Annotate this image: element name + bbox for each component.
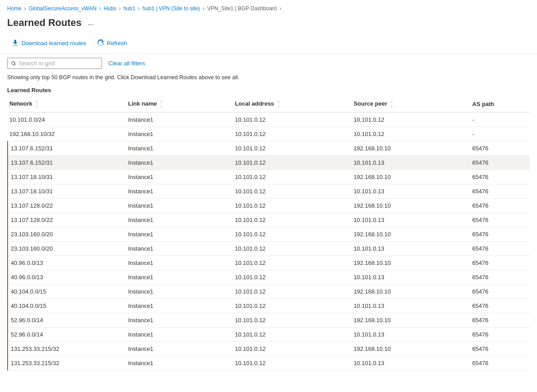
cell-network: 13.107.18.10/31	[8, 184, 126, 199]
cell-aspath: -	[470, 112, 530, 127]
table-row: 13.107.6.152/31Instance110.101.0.1210.10…	[8, 156, 530, 170]
cell-network: 40.96.0.0/13	[8, 256, 126, 270]
cell-localaddress: 10.101.0.12	[233, 270, 352, 285]
table-row: 40.96.0.0/13Instance110.101.0.12192.168.…	[8, 256, 530, 270]
cell-network: 52.96.0.0/14	[8, 313, 126, 328]
cell-sourcepeer: 10.101.0.13	[352, 299, 470, 313]
more-options-button[interactable]: ...	[85, 18, 96, 28]
breadcrumb-hub1[interactable]: hub1	[124, 5, 136, 12]
cell-linkname: Instance1	[126, 256, 233, 270]
cell-sourcepeer: 192.168.10.10	[352, 285, 470, 299]
cell-localaddress: 10.101.0.12	[233, 328, 352, 342]
col-header-linkname[interactable]: Link name ↑↓	[126, 96, 233, 112]
clear-filters-button[interactable]: Clear all filters	[107, 58, 146, 68]
table-row: 13.107.128.0/22Instance110.101.0.12192.1…	[8, 199, 530, 213]
cell-sourcepeer: 10.101.0.13	[352, 213, 470, 227]
search-input[interactable]	[19, 60, 98, 67]
cell-network: 40.104.0.0/15	[8, 285, 126, 299]
cell-localaddress: 10.101.0.12	[233, 170, 352, 184]
cell-localaddress: 10.101.0.12	[233, 141, 352, 156]
cell-linkname: Instance1	[126, 313, 233, 328]
cell-linkname: Instance1	[126, 170, 233, 184]
sort-icon-localaddr: ↑↓	[277, 100, 280, 108]
cell-linkname: Instance1	[126, 342, 233, 356]
table-row: 40.104.0.0/15Instance110.101.0.12192.168…	[8, 285, 530, 299]
cell-localaddress: 10.101.0.12	[233, 285, 352, 299]
breadcrumb-hubs[interactable]: Hubs	[104, 5, 116, 12]
breadcrumb-current: VPN_Site1 | BGP Dashboard	[207, 5, 277, 12]
cell-aspath: 65476	[470, 299, 530, 313]
table-row: 13.107.128.0/22Instance110.101.0.1210.10…	[8, 213, 530, 227]
cell-localaddress: 10.101.0.12	[233, 156, 352, 170]
cell-aspath: 65476	[470, 328, 530, 342]
table-row: 131.253.33.215/32Instance110.101.0.1210.…	[8, 356, 530, 371]
table-header-row: Network ↑↓ Link name ↑↓ Local address ↑↓…	[8, 96, 530, 112]
cell-aspath: 65476	[470, 184, 530, 199]
table-row: 13.107.18.10/31Instance110.101.0.1210.10…	[8, 184, 530, 199]
table-row: 131.253.33.215/32Instance110.101.0.12192…	[8, 342, 530, 356]
cell-localaddress: 10.101.0.12	[233, 256, 352, 270]
breadcrumb: Home › GlobalSecureAccess_vWAN › Hubs › …	[0, 0, 537, 15]
cell-network: 10.101.0.0/24	[8, 112, 126, 127]
breadcrumb-vwan[interactable]: GlobalSecureAccess_vWAN	[29, 5, 97, 12]
sort-icon-network: ↑↓	[36, 100, 38, 108]
cell-linkname: Instance1	[126, 156, 233, 170]
cell-aspath: 65476	[470, 270, 530, 285]
table-row: 192.168.10.10/32Instance110.101.0.1210.1…	[8, 127, 530, 141]
col-header-network[interactable]: Network ↑↓	[8, 96, 126, 112]
cell-localaddress: 10.101.0.12	[233, 313, 352, 328]
cell-aspath: 65476	[470, 342, 530, 356]
search-box	[7, 58, 102, 69]
cell-network: 40.104.0.0/15	[8, 299, 126, 313]
col-header-localaddress[interactable]: Local address ↑↓	[233, 96, 352, 112]
table-row: 40.104.0.0/15Instance110.101.0.1210.101.…	[8, 299, 530, 313]
page-title: Learned Routes	[7, 17, 81, 29]
cell-localaddress: 10.101.0.12	[233, 213, 352, 227]
table-container: Network ↑↓ Link name ↑↓ Local address ↑↓…	[0, 96, 537, 371]
section-label: Learned Routes	[0, 84, 537, 96]
cell-linkname: Instance1	[126, 141, 233, 156]
cell-aspath: 65476	[470, 141, 530, 156]
cell-sourcepeer: 10.101.0.13	[352, 356, 470, 371]
cell-aspath: -	[470, 127, 530, 141]
download-button[interactable]: Download learned routes	[7, 37, 91, 49]
cell-linkname: Instance1	[126, 127, 233, 141]
cell-aspath: 65476	[470, 256, 530, 270]
cell-aspath: 65476	[470, 285, 530, 299]
cell-localaddress: 10.101.0.12	[233, 242, 352, 256]
cell-linkname: Instance1	[126, 356, 233, 371]
search-icon	[11, 61, 16, 66]
cell-localaddress: 10.101.0.12	[233, 227, 352, 242]
cell-aspath: 65476	[470, 213, 530, 227]
cell-aspath: 65476	[470, 313, 530, 328]
table-row: 40.96.0.0/13Instance110.101.0.1210.101.0…	[8, 270, 530, 285]
refresh-button[interactable]: Refresh	[93, 37, 132, 49]
table-row: 13.107.18.10/31Instance110.101.0.12192.1…	[8, 170, 530, 184]
cell-linkname: Instance1	[126, 270, 233, 285]
cell-linkname: Instance1	[126, 184, 233, 199]
breadcrumb-vpn[interactable]: hub1 | VPN (Site to site)	[142, 5, 200, 12]
cell-network: 13.107.6.152/31	[8, 141, 126, 156]
page-header: Learned Routes ...	[0, 15, 537, 34]
cell-linkname: Instance1	[126, 227, 233, 242]
sort-icon-linkname: ↑↓	[160, 100, 162, 108]
filter-bar: Clear all filters	[0, 54, 537, 72]
cell-aspath: 65476	[470, 156, 530, 170]
sort-icon-sourcepeer: ↑↓	[391, 100, 393, 108]
learned-routes-table: Network ↑↓ Link name ↑↓ Local address ↑↓…	[7, 96, 530, 371]
cell-network: 23.103.160.0/20	[8, 227, 126, 242]
col-header-sourcepeer[interactable]: Source peer ↑↓	[352, 96, 470, 112]
breadcrumb-home[interactable]: Home	[7, 5, 21, 12]
cell-network: 131.253.33.215/32	[8, 356, 126, 371]
cell-linkname: Instance1	[126, 199, 233, 213]
cell-linkname: Instance1	[126, 213, 233, 227]
table-row: 23.103.160.0/20Instance110.101.0.1210.10…	[8, 242, 530, 256]
cell-localaddress: 10.101.0.12	[233, 184, 352, 199]
cell-network: 23.103.160.0/20	[8, 242, 126, 256]
cell-linkname: Instance1	[126, 242, 233, 256]
table-row: 52.96.0.0/14Instance110.101.0.1210.101.0…	[8, 328, 530, 342]
cell-localaddress: 10.101.0.12	[233, 299, 352, 313]
cell-aspath: 65476	[470, 227, 530, 242]
cell-sourcepeer: 10.101.0.12	[352, 127, 470, 141]
cell-sourcepeer: 10.101.0.13	[352, 270, 470, 285]
